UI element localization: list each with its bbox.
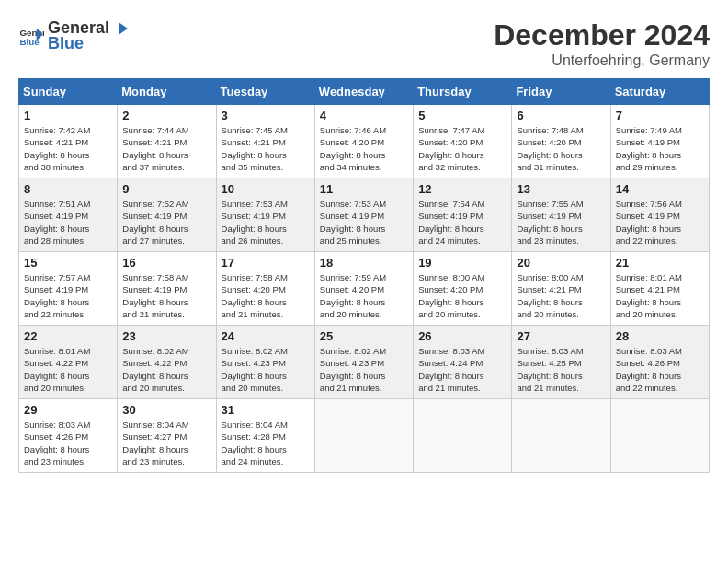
day-info: Sunrise: 8:03 AMSunset: 4:26 PMDaylight:…	[616, 346, 682, 393]
day-cell-1: 1Sunrise: 7:42 AMSunset: 4:21 PMDaylight…	[19, 105, 118, 178]
logo: General Blue General Blue	[18, 18, 131, 53]
day-info: Sunrise: 7:44 AMSunset: 4:21 PMDaylight:…	[122, 125, 188, 172]
day-number: 13	[517, 182, 605, 196]
day-info: Sunrise: 7:45 AMSunset: 4:21 PMDaylight:…	[222, 125, 288, 172]
day-cell-2: 2Sunrise: 7:44 AMSunset: 4:21 PMDaylight…	[118, 105, 216, 178]
day-number: 7	[616, 109, 704, 122]
day-cell-25: 25Sunrise: 8:02 AMSunset: 4:23 PMDayligh…	[314, 326, 413, 399]
day-info: Sunrise: 7:55 AMSunset: 4:19 PMDaylight:…	[517, 199, 583, 246]
day-info: Sunrise: 7:52 AMSunset: 4:19 PMDaylight:…	[122, 199, 188, 246]
day-cell-8: 8Sunrise: 7:51 AMSunset: 4:19 PMDaylight…	[19, 178, 118, 252]
logo-arrow-icon	[111, 18, 131, 39]
day-info: Sunrise: 7:51 AMSunset: 4:19 PMDaylight:…	[24, 199, 90, 246]
day-number: 21	[616, 256, 704, 270]
day-cell-22: 22Sunrise: 8:01 AMSunset: 4:22 PMDayligh…	[19, 326, 118, 399]
day-info: Sunrise: 8:02 AMSunset: 4:23 PMDaylight:…	[320, 346, 386, 393]
day-number: 8	[24, 182, 112, 196]
day-info: Sunrise: 7:54 AMSunset: 4:19 PMDaylight:…	[418, 199, 484, 246]
day-number: 10	[222, 182, 310, 196]
day-number: 12	[418, 182, 506, 196]
day-cell-empty	[314, 399, 413, 473]
day-info: Sunrise: 8:03 AMSunset: 4:24 PMDaylight:…	[418, 346, 484, 393]
day-number: 11	[320, 182, 408, 196]
logo-icon: General Blue	[18, 23, 44, 49]
day-cell-28: 28Sunrise: 8:03 AMSunset: 4:26 PMDayligh…	[610, 326, 709, 399]
day-cell-26: 26Sunrise: 8:03 AMSunset: 4:24 PMDayligh…	[414, 326, 512, 399]
day-cell-30: 30Sunrise: 8:04 AMSunset: 4:27 PMDayligh…	[118, 399, 216, 473]
day-info: Sunrise: 8:00 AMSunset: 4:20 PMDaylight:…	[418, 272, 484, 319]
day-info: Sunrise: 7:53 AMSunset: 4:19 PMDaylight:…	[222, 199, 288, 246]
day-info: Sunrise: 8:01 AMSunset: 4:21 PMDaylight:…	[616, 272, 682, 319]
day-cell-6: 6Sunrise: 7:48 AMSunset: 4:20 PMDaylight…	[512, 105, 610, 178]
day-info: Sunrise: 7:46 AMSunset: 4:20 PMDaylight:…	[320, 125, 386, 172]
day-number: 4	[320, 109, 408, 122]
day-info: Sunrise: 7:49 AMSunset: 4:19 PMDaylight:…	[616, 125, 682, 172]
day-number: 19	[418, 256, 506, 270]
calendar-table: Sunday Monday Tuesday Wednesday Thursday…	[18, 78, 710, 473]
day-number: 24	[222, 329, 310, 343]
day-cell-7: 7Sunrise: 7:49 AMSunset: 4:19 PMDaylight…	[610, 105, 709, 178]
day-cell-5: 5Sunrise: 7:47 AMSunset: 4:20 PMDaylight…	[414, 105, 512, 178]
header: General Blue General Blue December 2024 …	[18, 18, 710, 69]
day-info: Sunrise: 7:48 AMSunset: 4:20 PMDaylight:…	[517, 125, 583, 172]
day-cell-16: 16Sunrise: 7:58 AMSunset: 4:19 PMDayligh…	[118, 252, 216, 326]
day-info: Sunrise: 7:58 AMSunset: 4:20 PMDaylight:…	[222, 272, 288, 319]
day-cell-13: 13Sunrise: 7:55 AMSunset: 4:19 PMDayligh…	[512, 178, 610, 252]
day-info: Sunrise: 7:47 AMSunset: 4:20 PMDaylight:…	[418, 125, 484, 172]
day-info: Sunrise: 8:01 AMSunset: 4:22 PMDaylight:…	[24, 346, 90, 393]
col-monday: Monday	[118, 79, 216, 105]
day-cell-17: 17Sunrise: 7:58 AMSunset: 4:20 PMDayligh…	[216, 252, 314, 326]
day-number: 27	[517, 329, 605, 343]
day-cell-10: 10Sunrise: 7:53 AMSunset: 4:19 PMDayligh…	[216, 178, 314, 252]
day-info: Sunrise: 7:42 AMSunset: 4:21 PMDaylight:…	[24, 125, 90, 172]
day-number: 28	[616, 329, 704, 343]
day-info: Sunrise: 8:02 AMSunset: 4:22 PMDaylight:…	[122, 346, 188, 393]
day-cell-9: 9Sunrise: 7:52 AMSunset: 4:19 PMDaylight…	[118, 178, 216, 252]
day-info: Sunrise: 7:59 AMSunset: 4:20 PMDaylight:…	[320, 272, 386, 319]
day-cell-27: 27Sunrise: 8:03 AMSunset: 4:25 PMDayligh…	[512, 326, 610, 399]
day-cell-empty	[512, 399, 610, 473]
calendar-week-1: 1Sunrise: 7:42 AMSunset: 4:21 PMDaylight…	[19, 105, 710, 178]
day-cell-20: 20Sunrise: 8:00 AMSunset: 4:21 PMDayligh…	[512, 252, 610, 326]
day-number: 3	[222, 109, 310, 122]
day-cell-15: 15Sunrise: 7:57 AMSunset: 4:19 PMDayligh…	[19, 252, 118, 326]
day-number: 22	[24, 329, 112, 343]
day-number: 26	[418, 329, 506, 343]
page-container: General Blue General Blue December 2024 …	[18, 18, 710, 473]
day-number: 31	[222, 403, 310, 417]
day-cell-empty	[414, 399, 512, 473]
day-number: 2	[122, 109, 210, 122]
month-title: December 2024	[494, 18, 710, 52]
day-number: 17	[222, 256, 310, 270]
day-number: 14	[616, 182, 704, 196]
day-cell-29: 29Sunrise: 8:03 AMSunset: 4:26 PMDayligh…	[19, 399, 118, 473]
svg-marker-2	[119, 22, 128, 35]
calendar-week-5: 29Sunrise: 8:03 AMSunset: 4:26 PMDayligh…	[19, 399, 710, 473]
day-number: 15	[24, 256, 112, 270]
day-info: Sunrise: 8:03 AMSunset: 4:25 PMDaylight:…	[517, 346, 583, 393]
col-saturday: Saturday	[610, 79, 709, 105]
day-number: 5	[418, 109, 506, 122]
day-info: Sunrise: 8:04 AMSunset: 4:27 PMDaylight:…	[122, 419, 188, 466]
day-info: Sunrise: 8:02 AMSunset: 4:23 PMDaylight:…	[222, 346, 288, 393]
day-cell-31: 31Sunrise: 8:04 AMSunset: 4:28 PMDayligh…	[216, 399, 314, 473]
day-cell-3: 3Sunrise: 7:45 AMSunset: 4:21 PMDaylight…	[216, 105, 314, 178]
title-section: December 2024 Unterfoehring, Germany	[494, 18, 710, 69]
day-cell-14: 14Sunrise: 7:56 AMSunset: 4:19 PMDayligh…	[610, 178, 709, 252]
location-title: Unterfoehring, Germany	[494, 52, 710, 69]
day-number: 30	[122, 403, 210, 417]
day-info: Sunrise: 7:58 AMSunset: 4:19 PMDaylight:…	[122, 272, 188, 319]
day-cell-21: 21Sunrise: 8:01 AMSunset: 4:21 PMDayligh…	[610, 252, 709, 326]
day-cell-18: 18Sunrise: 7:59 AMSunset: 4:20 PMDayligh…	[314, 252, 413, 326]
day-number: 16	[122, 256, 210, 270]
calendar-week-2: 8Sunrise: 7:51 AMSunset: 4:19 PMDaylight…	[19, 178, 710, 252]
day-cell-empty	[610, 399, 709, 473]
calendar-week-3: 15Sunrise: 7:57 AMSunset: 4:19 PMDayligh…	[19, 252, 710, 326]
day-info: Sunrise: 7:53 AMSunset: 4:19 PMDaylight:…	[320, 199, 386, 246]
day-number: 18	[320, 256, 408, 270]
day-info: Sunrise: 8:03 AMSunset: 4:26 PMDaylight:…	[24, 419, 90, 466]
day-cell-4: 4Sunrise: 7:46 AMSunset: 4:20 PMDaylight…	[314, 105, 413, 178]
day-cell-19: 19Sunrise: 8:00 AMSunset: 4:20 PMDayligh…	[414, 252, 512, 326]
day-info: Sunrise: 7:57 AMSunset: 4:19 PMDaylight:…	[24, 272, 90, 319]
day-number: 29	[24, 403, 112, 417]
